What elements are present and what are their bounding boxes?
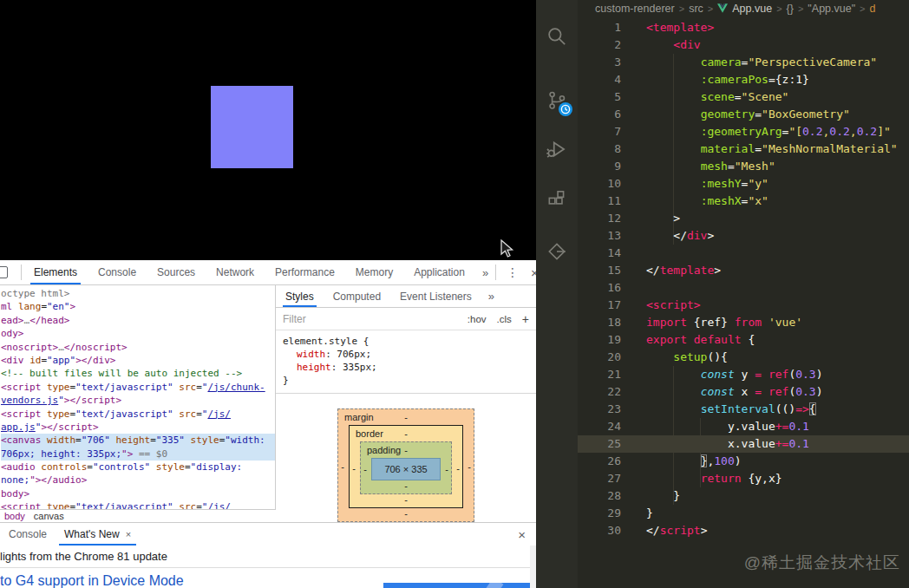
styles-tab-event-listeners[interactable]: Event Listeners — [390, 285, 481, 307]
device-toolbar-icon[interactable] — [0, 260, 21, 284]
code-line-23[interactable]: 23 setInterval(()=>{ — [578, 401, 909, 418]
dom-tree-row[interactable]: <script type="text/javascript" src="/js/… — [1, 381, 275, 394]
dom-tree-row[interactable]: <script type="text/javascript" src="/js/ — [1, 408, 275, 421]
dom-tree-row[interactable]: <script type="text/javascript" src="/js/ — [1, 500, 275, 509]
drawer-tab-console[interactable]: Console — [0, 523, 56, 546]
dom-tree-row[interactable]: <canvas width="706" height="335" style="… — [1, 434, 275, 447]
breadcrumb-item-app-vue[interactable]: App.vue — [732, 3, 772, 15]
drawer-close-icon[interactable]: × — [507, 527, 536, 542]
styles-tab-styles[interactable]: Styles — [276, 285, 324, 307]
breadcrumb-item-d[interactable]: d — [870, 3, 876, 15]
kebab-menu-icon[interactable]: ⋮ — [498, 265, 527, 279]
code-line-5[interactable]: 5 scene="Scene" — [578, 88, 909, 106]
code-line-6[interactable]: 6 geometry="BoxGeometry" — [578, 106, 909, 123]
code-line-7[interactable]: 7 :geometryArg="[0.2,0.2,0.2]" — [578, 123, 909, 140]
dom-tree-row[interactable]: <!-- built files will be auto injected -… — [1, 367, 275, 380]
line-number: 7 — [578, 123, 621, 140]
code-line-4[interactable]: 4 :cameraPos={z:1} — [578, 71, 909, 88]
breadcrumb-item--[interactable]: {} — [787, 3, 794, 15]
styles-tab-computed[interactable]: Computed — [324, 285, 390, 307]
code-line-12[interactable]: 12 > — [578, 210, 909, 227]
line-number: 18 — [578, 314, 621, 331]
drawer-tab-what-s-new[interactable]: What's New× — [56, 523, 140, 546]
devtools-tab-network[interactable]: Network — [206, 260, 265, 284]
rendered-page-viewport[interactable] — [0, 0, 536, 260]
styles-more-icon[interactable]: » — [481, 290, 501, 303]
code-line-30[interactable]: 30</script> — [578, 522, 909, 539]
drawer-scrollbar[interactable] — [530, 546, 536, 588]
dom-tree-row[interactable]: <audio controls="controls" style="displa… — [1, 461, 275, 474]
custom-extension-icon[interactable] — [536, 231, 578, 272]
filter-input[interactable]: Filter — [283, 313, 306, 325]
code-line-28[interactable]: 28 } — [578, 487, 909, 505]
dom-tree-row[interactable]: 706px; height: 335px;"> == $0 — [1, 448, 275, 461]
css-property[interactable]: height: 335px; — [283, 361, 529, 374]
line-number: 5 — [578, 88, 621, 106]
dom-tree-row[interactable]: ody> — [1, 327, 275, 340]
code-line-14[interactable]: 14 — [578, 245, 909, 262]
code-line-10[interactable]: 10 :meshY="y" — [578, 175, 909, 193]
dom-tree-row[interactable]: none;"></audio> — [1, 474, 275, 487]
code-line-26[interactable]: 26 },100) — [578, 453, 909, 470]
code-line-1[interactable]: 1<template> — [578, 19, 909, 36]
code-line-16[interactable]: 16 — [578, 279, 909, 297]
code-line-3[interactable]: 3 camera="PerspectiveCamera" — [578, 54, 909, 71]
run-debug-icon[interactable] — [536, 128, 578, 170]
dom-tree-row[interactable]: <noscript>…</noscript> — [1, 341, 275, 354]
dom-tree-row[interactable]: ml lang="en"> — [1, 300, 275, 313]
code-line-27[interactable]: 27 return {y,x} — [578, 470, 909, 487]
line-number: 30 — [578, 522, 621, 539]
devtools-tab-application[interactable]: Application — [403, 260, 475, 284]
code-line-18[interactable]: 18import {ref} from 'vue' — [578, 314, 909, 331]
devtools-tab-console[interactable]: Console — [88, 260, 147, 284]
dom-tree-row[interactable]: vendors.js"></script> — [1, 394, 275, 407]
cls-toggle[interactable]: .cls — [497, 314, 512, 324]
line-number: 23 — [578, 401, 621, 418]
code-line-19[interactable]: 19export default { — [578, 331, 909, 349]
code-line-29[interactable]: 29} — [578, 505, 909, 522]
code-line-25[interactable]: 25 x.value+=0.1 — [578, 435, 909, 453]
breadcrumb-item--app-vue-[interactable]: "App.vue" — [808, 3, 855, 15]
new-style-rule-button[interactable]: + — [522, 312, 529, 326]
code-line-9[interactable]: 9 mesh="Mesh" — [578, 158, 909, 175]
code-line-11[interactable]: 11 :meshX="x" — [578, 193, 909, 210]
code-line-13[interactable]: 13 </div> — [578, 227, 909, 245]
search-icon[interactable] — [536, 16, 578, 57]
code-line-17[interactable]: 17<script> — [578, 297, 909, 314]
tab-close-icon[interactable]: × — [126, 529, 131, 539]
more-tabs-icon[interactable]: » — [475, 266, 495, 279]
dom-tree-row[interactable]: <div id="app"></div> — [1, 354, 275, 367]
devtools-tab-performance[interactable]: Performance — [265, 260, 345, 284]
devtools-tab-sources[interactable]: Sources — [147, 260, 206, 284]
dom-tree: octype html>ml lang="en">ead>…</head>ody… — [0, 285, 275, 509]
hov-toggle[interactable]: :hov — [468, 314, 487, 324]
code-line-2[interactable]: 2 <div — [578, 36, 909, 54]
code-editor: custom-renderer>src>App.vue>{}>"App.vue"… — [536, 0, 909, 588]
css-property[interactable]: width: 706px; — [283, 348, 529, 361]
devtools-tab-memory[interactable]: Memory — [345, 260, 403, 284]
breadcrumb-body[interactable]: body — [4, 511, 25, 521]
source-control-icon[interactable] — [536, 80, 578, 121]
breadcrumb-canvas[interactable]: canvas — [34, 511, 64, 521]
code-line-20[interactable]: 20 setup(){ — [578, 349, 909, 366]
devtools-close-icon[interactable]: × — [527, 265, 536, 280]
dom-tree-row[interactable]: body> — [1, 487, 275, 500]
line-number: 11 — [578, 193, 621, 210]
rule-selector[interactable]: element.style { — [283, 335, 529, 348]
code-content[interactable]: 1<template>2 <div3 camera="PerspectiveCa… — [578, 17, 909, 539]
code-line-15[interactable]: 15</template> — [578, 262, 909, 279]
code-line-24[interactable]: 24 y.value+=0.1 — [578, 418, 909, 435]
dom-tree-row[interactable]: ead>…</head> — [1, 314, 275, 327]
whats-new-banner-image — [383, 583, 531, 588]
breadcrumb-item-src[interactable]: src — [689, 3, 703, 15]
dom-tree-row[interactable]: octype html> — [1, 287, 275, 300]
extensions-icon[interactable] — [536, 179, 578, 220]
code-line-8[interactable]: 8 material="MeshNormalMaterial" — [578, 140, 909, 158]
devtools-tab-elements[interactable]: Elements — [23, 260, 88, 284]
code-line-22[interactable]: 22 const x = ref(0.3) — [578, 383, 909, 401]
code-line-21[interactable]: 21 const y = ref(0.3) — [578, 366, 909, 383]
dom-tree-row[interactable]: app.js"></script> — [1, 421, 275, 434]
breadcrumb-item-custom-renderer[interactable]: custom-renderer — [595, 3, 675, 15]
margin-bottom-value: - — [338, 508, 474, 521]
whats-new-link[interactable]: to G4 support in Device Mode — [0, 573, 184, 588]
